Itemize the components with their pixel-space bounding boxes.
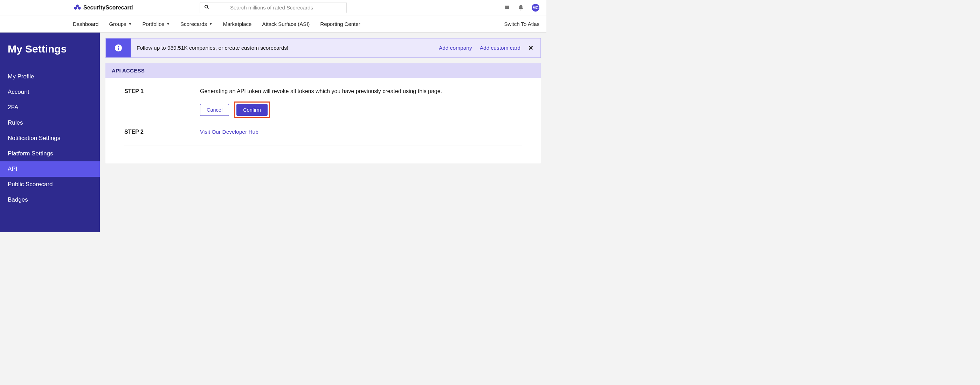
chevron-down-icon: ▼ bbox=[166, 22, 170, 26]
cancel-button[interactable]: Cancel bbox=[200, 104, 229, 116]
top-bar: SecurityScorecard MG bbox=[0, 0, 546, 15]
layout: My Settings My ProfileAccount2FARulesNot… bbox=[0, 33, 546, 232]
sidebar-item-badges[interactable]: Badges bbox=[0, 192, 100, 208]
nav-asi[interactable]: Attack Surface (ASI) bbox=[262, 21, 310, 27]
banner-text: Follow up to 989.51K companies, or creat… bbox=[131, 45, 439, 51]
nav-groups[interactable]: Groups▼ bbox=[109, 21, 132, 27]
main-content: Follow up to 989.51K companies, or creat… bbox=[100, 33, 546, 232]
svg-rect-4 bbox=[118, 48, 119, 50]
svg-line-1 bbox=[207, 8, 209, 9]
search-icon bbox=[204, 5, 209, 11]
developer-hub-link[interactable]: Visit Our Developer Hub bbox=[200, 129, 258, 135]
search-wrap bbox=[200, 2, 347, 13]
sidebar-title: My Settings bbox=[0, 43, 100, 55]
add-custom-card-link[interactable]: Add custom card bbox=[480, 45, 520, 51]
step-1-buttons: Cancel Confirm bbox=[200, 101, 522, 118]
sidebar-item-my-profile[interactable]: My Profile bbox=[0, 69, 100, 84]
search-box[interactable] bbox=[200, 2, 347, 13]
card-title: API ACCESS bbox=[105, 63, 541, 78]
sidebar-item-2fa[interactable]: 2FA bbox=[0, 100, 100, 115]
chevron-down-icon: ▼ bbox=[209, 22, 213, 26]
sidebar-item-public-scorecard[interactable]: Public Scorecard bbox=[0, 177, 100, 192]
step-1-text: Generating an API token will revoke all … bbox=[200, 88, 522, 95]
sidebar-item-platform-settings[interactable]: Platform Settings bbox=[0, 146, 100, 162]
card-body: STEP 1 Generating an API token will revo… bbox=[105, 78, 541, 163]
info-banner: Follow up to 989.51K companies, or creat… bbox=[105, 38, 541, 58]
info-icon bbox=[106, 38, 131, 57]
step-1-row: STEP 1 Generating an API token will revo… bbox=[124, 88, 522, 118]
nav-portfolios[interactable]: Portfolios▼ bbox=[143, 21, 170, 27]
logo[interactable]: SecurityScorecard bbox=[73, 4, 133, 11]
nav-switch-atlas[interactable]: Switch To Atlas bbox=[504, 21, 539, 27]
sidebar-item-notification-settings[interactable]: Notification Settings bbox=[0, 130, 100, 146]
sidebar-item-api[interactable]: API bbox=[0, 162, 100, 177]
nav-scorecards[interactable]: Scorecards▼ bbox=[180, 21, 213, 27]
step-2-row: STEP 2 Visit Our Developer Hub bbox=[124, 129, 522, 135]
sidebar-item-account[interactable]: Account bbox=[0, 84, 100, 100]
nav-dashboard[interactable]: Dashboard bbox=[73, 21, 99, 27]
svg-point-3 bbox=[118, 46, 119, 47]
step-2-content: Visit Our Developer Hub bbox=[200, 129, 522, 135]
api-access-card: API ACCESS STEP 1 Generating an API toke… bbox=[105, 63, 541, 163]
step-1-content: Generating an API token will revoke all … bbox=[200, 88, 522, 118]
chat-icon[interactable] bbox=[504, 5, 510, 11]
banner-links: Add company Add custom card ✕ bbox=[439, 44, 541, 52]
nav-marketplace[interactable]: Marketplace bbox=[223, 21, 252, 27]
confirm-button[interactable]: Confirm bbox=[236, 104, 267, 116]
chevron-down-icon: ▼ bbox=[129, 22, 132, 26]
search-input[interactable] bbox=[230, 5, 342, 11]
top-right: MG bbox=[504, 4, 539, 11]
sidebar-item-rules[interactable]: Rules bbox=[0, 115, 100, 130]
sidebar: My Settings My ProfileAccount2FARulesNot… bbox=[0, 33, 100, 232]
bell-icon[interactable] bbox=[518, 5, 524, 11]
step-2-label: STEP 2 bbox=[124, 129, 200, 135]
divider bbox=[124, 146, 522, 146]
add-company-link[interactable]: Add company bbox=[439, 45, 472, 51]
confirm-highlight: Confirm bbox=[234, 101, 270, 118]
close-icon[interactable]: ✕ bbox=[528, 44, 533, 52]
logo-icon bbox=[73, 4, 81, 11]
step-1-label: STEP 1 bbox=[124, 88, 200, 118]
svg-point-0 bbox=[205, 5, 208, 8]
avatar[interactable]: MG bbox=[532, 4, 539, 11]
nav-bar: Dashboard Groups▼ Portfolios▼ Scorecards… bbox=[0, 15, 546, 33]
nav-reporting[interactable]: Reporting Center bbox=[320, 21, 360, 27]
brand-text: SecurityScorecard bbox=[83, 5, 133, 11]
